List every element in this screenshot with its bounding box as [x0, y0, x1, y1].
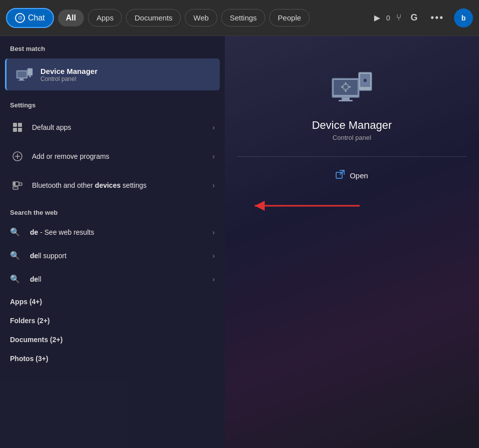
best-match-text: Device Manager Control panel [40, 67, 97, 82]
search-icon-1: 🔍 [10, 227, 23, 237]
search-web-label: Search the web [0, 200, 225, 220]
web-item-dell[interactable]: 🔍 dell › [0, 267, 225, 291]
best-match-label: Best match [0, 36, 225, 56]
svg-rect-6 [13, 123, 17, 127]
git-icon[interactable]: ⑂ [396, 12, 402, 23]
web-chevron-2: › [212, 252, 215, 260]
tab-web[interactable]: Web [185, 9, 217, 26]
settings-item-bluetooth[interactable]: Bluetooth and other devices settings › [0, 171, 225, 200]
web-text-de: de - See web results [30, 228, 205, 236]
web-text-dell: dell [30, 275, 205, 283]
main-layout: Best match Device Manager Control panel … [0, 36, 479, 448]
web-item-de[interactable]: 🔍 de - See web results › [0, 220, 225, 244]
tab-all[interactable]: All [58, 9, 84, 26]
apps-label: Apps [96, 13, 113, 22]
svg-rect-7 [18, 123, 22, 127]
g-button[interactable]: G [408, 9, 421, 26]
chat-icon: ⊙ [15, 13, 25, 23]
category-apps[interactable]: Apps (4+) [0, 291, 225, 310]
svg-rect-20 [339, 100, 353, 101]
open-external-icon [336, 170, 345, 181]
svg-rect-8 [13, 128, 17, 132]
svg-rect-16 [13, 187, 18, 189]
best-match-item[interactable]: Device Manager Control panel [5, 58, 220, 90]
svg-point-24 [364, 79, 366, 82]
add-remove-chevron: › [212, 152, 215, 160]
svg-rect-2 [19, 78, 23, 80]
app-title: Device Manager [312, 119, 392, 132]
play-icon[interactable]: ▶ [374, 13, 380, 22]
settings-item-add-remove[interactable]: Add or remove programs › [0, 142, 225, 171]
bluetooth-icon [10, 178, 25, 193]
add-remove-icon [10, 149, 25, 164]
svg-rect-4 [27, 68, 32, 75]
settings-section-label: Settings [0, 92, 225, 113]
add-remove-text: Add or remove programs [32, 152, 205, 160]
best-match-subtitle: Control panel [40, 75, 97, 82]
topbar-icons: ▶ 0 ⑂ G ••• b [374, 8, 473, 27]
svg-rect-9 [18, 128, 22, 132]
app-subtitle: Control panel [333, 134, 371, 141]
bing-button[interactable]: b [454, 8, 473, 27]
svg-rect-30 [349, 86, 351, 88]
web-text-dell-support: dell support [30, 252, 205, 260]
open-action[interactable]: Open [331, 167, 373, 184]
svg-rect-27 [345, 82, 346, 84]
badge-count: 0 [386, 14, 390, 22]
svg-rect-28 [345, 90, 346, 92]
open-text: Open [350, 171, 368, 180]
search-icon-3: 🔍 [10, 274, 23, 284]
svg-rect-15 [19, 183, 22, 185]
settings-label: Settings [230, 13, 257, 22]
web-chevron-3: › [212, 275, 215, 283]
divider [237, 156, 466, 157]
more-options-button[interactable]: ••• [427, 10, 448, 25]
svg-rect-3 [18, 80, 24, 81]
svg-rect-1 [17, 71, 26, 77]
default-apps-chevron: › [212, 123, 215, 131]
topbar: ⊙ Chat All Apps Documents Web Settings P… [0, 0, 479, 36]
web-item-dell-support[interactable]: 🔍 dell support › [0, 244, 225, 267]
web-label: Web [193, 13, 209, 22]
search-icon-2: 🔍 [10, 251, 23, 260]
svg-point-5 [29, 75, 31, 77]
default-apps-text: Default apps [32, 123, 205, 131]
bluetooth-chevron: › [212, 181, 215, 189]
right-panel: Device Manager Control panel Open [225, 36, 479, 448]
people-label: People [278, 13, 301, 22]
category-photos[interactable]: Photos (3+) [0, 348, 225, 367]
left-panel: Best match Device Manager Control panel … [0, 36, 225, 448]
all-label: All [66, 13, 76, 22]
bluetooth-text: Bluetooth and other devices settings [32, 181, 205, 189]
tab-settings[interactable]: Settings [221, 9, 265, 26]
tab-documents[interactable]: Documents [126, 9, 181, 26]
web-chevron-1: › [212, 228, 215, 236]
tab-chat[interactable]: ⊙ Chat [6, 8, 54, 28]
documents-label: Documents [134, 13, 172, 22]
tab-apps[interactable]: Apps [88, 9, 122, 26]
svg-rect-29 [341, 86, 343, 88]
app-icon-large [330, 66, 375, 111]
svg-point-26 [344, 85, 348, 89]
svg-marker-34 [255, 201, 265, 211]
category-documents[interactable]: Documents (2+) [0, 329, 225, 348]
category-folders[interactable]: Folders (2+) [0, 310, 225, 329]
tab-people[interactable]: People [269, 9, 310, 26]
default-apps-icon [10, 120, 25, 135]
device-manager-small-icon [15, 65, 33, 83]
svg-rect-14 [13, 182, 15, 185]
chat-label: Chat [28, 13, 45, 22]
red-arrow-annotation [240, 191, 360, 221]
settings-item-default-apps[interactable]: Default apps › [0, 113, 225, 142]
best-match-title: Device Manager [40, 67, 97, 75]
